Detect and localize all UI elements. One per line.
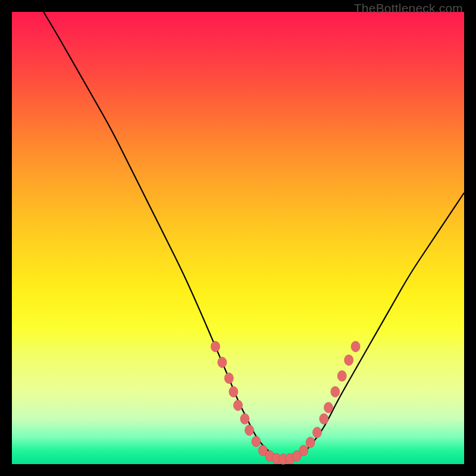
curve-marker <box>299 445 308 456</box>
bottleneck-curve <box>43 12 464 459</box>
curve-marker <box>218 357 227 368</box>
curve-marker <box>224 373 233 384</box>
curve-marker <box>351 341 360 352</box>
curve-marker <box>324 402 333 413</box>
curve-marker <box>313 427 322 438</box>
chart-stage: TheBottleneck.com <box>0 0 476 476</box>
curve-marker <box>245 425 254 436</box>
curve-marker <box>345 355 353 365</box>
curve-marker <box>320 414 328 424</box>
curve-marker <box>240 414 249 424</box>
curve-marker <box>306 437 315 448</box>
curve-marker <box>211 341 220 352</box>
curve-marker <box>337 371 346 381</box>
plot-area <box>12 12 464 464</box>
curve-marker <box>331 386 340 397</box>
watermark-text: TheBottleneck.com <box>354 1 463 15</box>
curve-marker <box>234 400 243 411</box>
curve-marker <box>252 436 261 447</box>
marker-group <box>211 341 361 464</box>
curve-svg <box>12 12 464 464</box>
curve-marker <box>229 386 238 397</box>
